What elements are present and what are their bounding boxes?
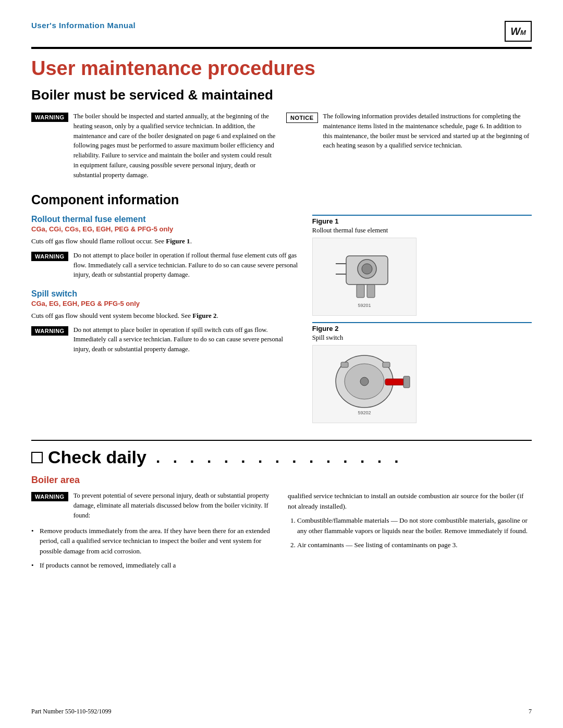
rollout-body1: Cuts off gas flow should flame rollout o… bbox=[31, 236, 300, 246]
svg-rect-2 bbox=[367, 285, 375, 298]
rollout-warning-text: Do not attempt to place boiler in operat… bbox=[74, 251, 300, 280]
component-left: Rollout thermal fuse element CGa, CGi, C… bbox=[31, 215, 300, 429]
bottom-warning-badge: WARNING bbox=[31, 492, 68, 501]
rollout-warning-badge: WARNING bbox=[31, 252, 68, 261]
check-daily-title: Check daily . . . . . . . . . . . . . . … bbox=[31, 447, 532, 467]
bottom-right-text: qualified service technician to install … bbox=[288, 491, 532, 511]
notice-badge: NOTICE bbox=[286, 113, 318, 123]
component-right: Figure 1 Rollout thermal fuse element 59… bbox=[312, 215, 532, 429]
warning-notice-area: WARNING The boiler should be inspected a… bbox=[31, 112, 532, 180]
svg-rect-9 bbox=[385, 379, 406, 385]
numbered-item-1: Combustible/flammable materials — Do not… bbox=[297, 515, 532, 536]
spill-warning-block: WARNING Do not attempt to place boiler i… bbox=[31, 325, 300, 354]
figure2-caption: Spill switch bbox=[312, 334, 532, 342]
rollout-title: Rollout thermal fuse element bbox=[31, 215, 300, 224]
component-heading: Component information bbox=[31, 192, 532, 207]
warning-block: WARNING The boiler should be inspected a… bbox=[31, 112, 277, 180]
figure1-image: 59201 bbox=[312, 238, 417, 316]
bottom-left: WARNING To prevent potential of severe p… bbox=[31, 491, 275, 574]
figure2-svg: 59202 bbox=[315, 348, 414, 421]
bottom-warning-block: WARNING To prevent potential of severe p… bbox=[31, 491, 275, 520]
page: User's Information Manual WM User mainte… bbox=[0, 0, 563, 728]
check-daily-label: Check daily bbox=[48, 447, 146, 467]
bullet-list: Remove products immediately from the are… bbox=[31, 526, 275, 571]
numbered-item-2: Air contaminants — See listing of contam… bbox=[297, 540, 532, 550]
figure1-label: Figure 1 bbox=[312, 215, 532, 225]
bottom-right: qualified service technician to install … bbox=[288, 491, 532, 574]
spill-warning-text: Do not attempt to place boiler in operat… bbox=[74, 325, 300, 354]
logo-box: WM bbox=[505, 21, 532, 42]
figure1-id: 59201 bbox=[358, 303, 371, 308]
bullet-item-1: Remove products immediately from the are… bbox=[31, 526, 275, 557]
figure2-id: 59202 bbox=[358, 410, 371, 415]
part-number: Part Number 550-110-592/1099 bbox=[31, 708, 112, 715]
notice-block: NOTICE The following information provide… bbox=[286, 112, 532, 180]
bullet-item-2: If products cannot be removed, immediate… bbox=[31, 560, 275, 571]
dots: . . . . . . . . . . . . . . . bbox=[156, 449, 403, 466]
warning-text: The boiler should be inspected and start… bbox=[74, 112, 277, 180]
top-rule bbox=[31, 47, 532, 49]
svg-point-11 bbox=[360, 377, 369, 386]
figure2-label: Figure 2 bbox=[312, 322, 532, 332]
svg-rect-1 bbox=[357, 285, 364, 298]
bottom-section: WARNING To prevent potential of severe p… bbox=[31, 491, 532, 574]
rollout-warning-block: WARNING Do not attempt to place boiler i… bbox=[31, 251, 300, 280]
warning-badge: WARNING bbox=[31, 113, 68, 122]
page-footer: Part Number 550-110-592/1099 7 bbox=[31, 708, 532, 715]
header-title: User's Information Manual bbox=[31, 21, 136, 30]
page-number: 7 bbox=[529, 708, 532, 715]
boiler-area-heading: Boiler area bbox=[31, 475, 532, 486]
svg-rect-10 bbox=[403, 376, 410, 388]
bottom-warning-text: To prevent potential of severe personal … bbox=[74, 491, 275, 520]
figure1-caption: Rollout thermal fuse element bbox=[312, 227, 532, 235]
spill-subtitle: CGa, EG, EGH, PEG & PFG-5 only bbox=[31, 300, 300, 307]
spill-section: Spill switch CGa, EG, EGH, PEG & PFG-5 o… bbox=[31, 289, 300, 354]
logo-text: WM bbox=[510, 26, 526, 38]
numbered-list: Combustible/flammable materials — Do not… bbox=[288, 515, 532, 550]
header: User's Information Manual WM bbox=[31, 21, 532, 42]
spill-warning-badge: WARNING bbox=[31, 326, 68, 336]
component-section: Rollout thermal fuse element CGa, CGi, C… bbox=[31, 215, 532, 429]
svg-point-4 bbox=[362, 264, 372, 274]
check-daily-rule bbox=[31, 440, 532, 441]
rollout-subtitle: CGa, CGi, CGs, EG, EGH, PEG & PFG-5 only bbox=[31, 225, 300, 233]
svg-rect-12 bbox=[341, 362, 348, 367]
notice-text: The following information provides detai… bbox=[323, 112, 532, 180]
main-title: User maintenance procedures bbox=[31, 57, 532, 80]
section1-heading: Boiler must be serviced & maintained bbox=[31, 87, 532, 103]
check-daily-section: Check daily . . . . . . . . . . . . . . … bbox=[31, 440, 532, 467]
spill-title: Spill switch bbox=[31, 289, 300, 299]
spill-body1: Cuts off gas flow should vent system bec… bbox=[31, 311, 300, 321]
figure1-svg: 59201 bbox=[315, 240, 414, 313]
svg-rect-13 bbox=[383, 362, 390, 367]
figure2-image: 59202 bbox=[312, 345, 417, 423]
check-box bbox=[31, 452, 43, 463]
